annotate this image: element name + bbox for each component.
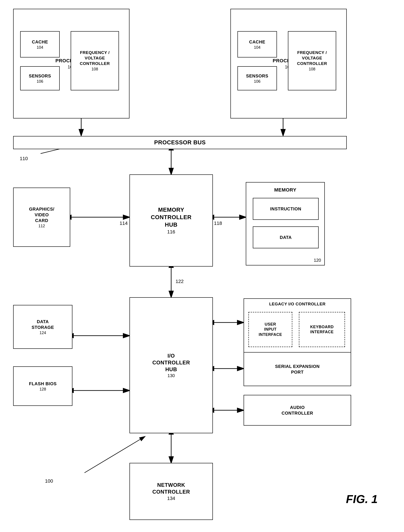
memory-num: 120 bbox=[314, 258, 321, 263]
freqvolt2-title: FREQUENCY / VOLTAGE CONTROLLER bbox=[297, 50, 327, 66]
processor-bus-title: PROCESSOR BUS bbox=[154, 139, 206, 146]
figure-label: FIG. 1 bbox=[346, 493, 378, 506]
graphics-card-num: 112 bbox=[38, 224, 45, 228]
processor1-box: PROCESSOR 102 CACHE 104 SENSORS 106 FREQ… bbox=[13, 9, 129, 119]
sensors2-box: SENSORS 106 bbox=[237, 66, 277, 90]
sensors2-num: 106 bbox=[254, 79, 261, 84]
keyboard-interface-box: KEYBOARD INTERFACE bbox=[299, 312, 345, 347]
legacy-io-title: LEGACY I/O CONTROLLER bbox=[244, 301, 351, 307]
instruction-title: INSTRUCTION bbox=[270, 206, 301, 212]
mem-hub-num: 116 bbox=[167, 229, 175, 235]
mem-controller-hub-box: MEMORY CONTROLLER HUB 116 bbox=[129, 174, 213, 266]
graphics-card-box: GRAPHICS/ VIDEO CARD 112 bbox=[13, 188, 70, 247]
data-box: DATA bbox=[253, 226, 319, 248]
cache2-num: 104 bbox=[254, 45, 261, 50]
audio-controller-box: AUDIO CONTROLLER bbox=[244, 395, 351, 426]
freqvolt1-title: FREQUENCY / VOLTAGE CONTROLLER bbox=[80, 50, 110, 66]
user-input-title: USER INPUT INTERFACE bbox=[259, 322, 282, 337]
cache2-title: CACHE bbox=[249, 39, 265, 45]
user-input-interface-box: USER INPUT INTERFACE bbox=[248, 312, 292, 347]
sensors2-title: SENSORS bbox=[246, 73, 268, 79]
ref-110: 110 bbox=[20, 156, 28, 161]
freqvolt2-box: FREQUENCY / VOLTAGE CONTROLLER 108 bbox=[288, 31, 336, 90]
freqvolt1-box: FREQUENCY / VOLTAGE CONTROLLER 108 bbox=[71, 31, 119, 90]
link122-label: 122 bbox=[176, 279, 184, 284]
audio-controller-title: AUDIO CONTROLLER bbox=[282, 405, 313, 416]
memory-box: MEMORY INSTRUCTION DATA 120 bbox=[246, 182, 325, 266]
sensors1-box: SENSORS 106 bbox=[20, 66, 60, 90]
data-storage-title: DATA STORAGE bbox=[32, 319, 54, 330]
network-controller-num: 134 bbox=[167, 496, 175, 501]
data-storage-box: DATA STORAGE 124 bbox=[13, 305, 72, 349]
cache1-title: CACHE bbox=[32, 39, 48, 45]
serial-expansion-title: SERIAL EXPANSION PORT bbox=[275, 363, 320, 375]
processor2-box: PROCESSOR 102 CACHE 104 SENSORS 106 FREQ… bbox=[231, 9, 347, 119]
io-hub-title: I/O CONTROLLER HUB bbox=[152, 352, 190, 373]
graphics-card-title: GRAPHICS/ VIDEO CARD bbox=[29, 206, 54, 223]
cache1-num: 104 bbox=[37, 45, 43, 50]
legacy-io-outer-box: LEGACY I/O CONTROLLER USER INPUT INTERFA… bbox=[244, 298, 351, 353]
io-hub-box: I/O CONTROLLER HUB 130 bbox=[129, 297, 213, 433]
flash-bios-title: FLASH BIOS bbox=[29, 381, 57, 386]
freqvolt1-num: 108 bbox=[91, 67, 98, 71]
memory-title: MEMORY bbox=[246, 187, 324, 193]
cache2-box: CACHE 104 bbox=[237, 31, 277, 57]
serial-expansion-box: SERIAL EXPANSION PORT bbox=[244, 352, 351, 386]
flash-bios-num: 128 bbox=[39, 387, 46, 392]
freqvolt2-num: 108 bbox=[309, 67, 315, 71]
bus114-label: 114 bbox=[120, 221, 128, 226]
sensors1-num: 106 bbox=[37, 79, 43, 84]
keyboard-interface-title: KEYBOARD INTERFACE bbox=[310, 324, 333, 335]
instruction-box: INSTRUCTION bbox=[253, 198, 319, 220]
diagram: PROCESSOR 102 CACHE 104 SENSORS 106 FREQ… bbox=[0, 0, 404, 532]
mem-hub-title: MEMORY CONTROLLER HUB bbox=[151, 206, 192, 228]
io-hub-num: 130 bbox=[167, 373, 175, 378]
network-controller-title: NETWORK CONTROLLER bbox=[152, 481, 190, 495]
flash-bios-box: FLASH BIOS 128 bbox=[13, 366, 72, 406]
bus118-label: 118 bbox=[214, 221, 222, 226]
data-title: DATA bbox=[280, 234, 292, 240]
cache1-box: CACHE 104 bbox=[20, 31, 60, 57]
processor-bus-box: PROCESSOR BUS bbox=[13, 136, 347, 149]
network-controller-box: NETWORK CONTROLLER 134 bbox=[129, 463, 213, 520]
sensors1-title: SENSORS bbox=[29, 73, 51, 79]
ref-100: 100 bbox=[45, 478, 53, 484]
data-storage-num: 124 bbox=[39, 331, 46, 335]
